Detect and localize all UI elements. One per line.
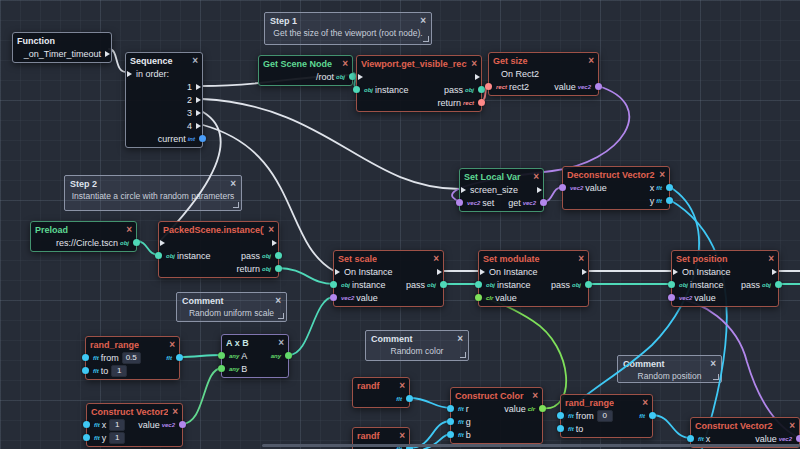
node-preload-output-port[interactable] xyxy=(133,239,140,246)
node-packedscene-instance-output-port[interactable] xyxy=(275,265,282,272)
node-set-local-var-input-port[interactable] xyxy=(456,199,463,206)
close-icon[interactable]: × xyxy=(785,421,795,431)
node-set-position-exec-in-port[interactable] xyxy=(673,269,678,275)
node-construct-vector2-position-output-port[interactable] xyxy=(796,435,800,442)
node-set-scale-exec-out-port[interactable] xyxy=(437,269,442,275)
node-deconstruct-vector2-output-port[interactable] xyxy=(666,197,673,204)
close-icon[interactable]: × xyxy=(574,254,584,264)
close-icon[interactable]: × xyxy=(122,225,132,235)
node-viewport-get-visible-rect-input-port[interactable] xyxy=(353,86,360,93)
close-icon[interactable]: × xyxy=(638,398,648,408)
node-sequence-exec-out-port[interactable] xyxy=(196,123,201,129)
node-packedscene-instance-input-port[interactable] xyxy=(155,252,162,259)
node-get-size[interactable]: Get size×On Rect2rectrect2valuevec2 xyxy=(488,52,599,96)
node-construct-vector2-scale-value-field[interactable]: 1 xyxy=(109,419,125,431)
node-set-local-var-exec-out-port[interactable] xyxy=(537,187,542,193)
node-viewport-get-visible-rect-output-port[interactable] xyxy=(478,86,485,93)
node-rand-range-scale-output-port[interactable] xyxy=(176,354,183,361)
node-set-position[interactable]: Set position×On Instanceobjinstancepasso… xyxy=(671,250,779,307)
node-set-position-input-port[interactable] xyxy=(668,294,675,301)
node-construct-vector2-scale-output-port[interactable] xyxy=(179,421,186,428)
node-construct-vector2-scale-input-port[interactable] xyxy=(83,434,90,441)
node-function[interactable]: Function_on_Timer_timeout xyxy=(12,32,112,63)
node-construct-vector2-scale-input-port[interactable] xyxy=(83,421,90,428)
node-set-scale[interactable]: Set scale×On Instanceobjinstancepassobjv… xyxy=(333,250,444,307)
node-set-scale-input-port[interactable] xyxy=(330,294,337,301)
node-set-modulate-exec-out-port[interactable] xyxy=(582,269,587,275)
node-construct-vector2-scale-value-field[interactable]: 1 xyxy=(109,432,125,444)
node-sequence-exec-out-port[interactable] xyxy=(196,84,201,90)
node-preload[interactable]: Preload×res://Circle.tscnobj xyxy=(30,221,137,252)
node-viewport-get-visible-rect-exec-out-port[interactable] xyxy=(475,74,480,80)
close-icon[interactable]: × xyxy=(395,381,405,391)
close-icon[interactable]: × xyxy=(764,254,774,264)
node-set-position-output-port[interactable] xyxy=(775,281,782,288)
node-rand-range-position-input-port[interactable] xyxy=(557,425,564,432)
node-packedscene-instance[interactable]: PackedScene.instance()×objinstancepassob… xyxy=(158,221,279,278)
node-rand-range-scale-input-port[interactable] xyxy=(82,367,89,374)
node-a-x-b[interactable]: A x B×anyAanyanyB xyxy=(221,334,289,378)
node-set-modulate-exec-in-port[interactable] xyxy=(480,269,485,275)
node-get-scene-node-output-port[interactable] xyxy=(349,73,356,80)
close-icon[interactable]: × xyxy=(655,170,665,180)
node-rand-range-position[interactable]: rand_range×fltfrom0fltfltto xyxy=(560,394,653,438)
close-icon[interactable]: × xyxy=(165,340,175,350)
node-set-local-var-exec-in-port[interactable] xyxy=(461,187,466,193)
node-randf-r-output-port[interactable] xyxy=(406,395,413,402)
close-icon[interactable]: × xyxy=(188,56,198,66)
close-icon[interactable]: × xyxy=(338,59,348,69)
close-icon[interactable]: × xyxy=(429,254,439,264)
node-rand-range-position-input-port[interactable] xyxy=(557,412,564,419)
node-construct-color-input-port[interactable] xyxy=(447,431,454,438)
node-viewport-get-visible-rect[interactable]: Viewport.get_visible_rect()×objinstancep… xyxy=(356,55,482,112)
node-set-local-var-output-port[interactable] xyxy=(540,199,547,206)
node-packedscene-instance-exec-out-port[interactable] xyxy=(272,240,277,246)
node-construct-color-input-port[interactable] xyxy=(447,405,454,412)
node-set-local-var[interactable]: Set Local Var×screen_sizevec2setgetvec2 xyxy=(459,168,544,212)
node-rand-range-scale[interactable]: rand_range×fltfrom0.5fltfltto1 xyxy=(85,336,180,380)
node-get-scene-node[interactable]: Get Scene Node×/rootobj xyxy=(258,55,353,86)
node-deconstruct-vector2-output-port[interactable] xyxy=(666,184,673,191)
node-sequence-output-port[interactable] xyxy=(199,135,206,142)
node-construct-color[interactable]: Construct Color×fltrvalueclrfltgfltb xyxy=(450,387,543,444)
node-construct-vector2-scale[interactable]: Construct Vector2×fltx1valuevec2flty1 xyxy=(86,403,183,447)
close-icon[interactable]: × xyxy=(584,56,594,66)
horizontal-scrollbar[interactable] xyxy=(262,444,800,447)
node-deconstruct-vector2-input-port[interactable] xyxy=(559,184,566,191)
close-icon[interactable]: × xyxy=(529,172,539,182)
node-sequence-exec-in-port[interactable] xyxy=(127,71,132,77)
node-get-size-output-port[interactable] xyxy=(595,83,602,90)
close-icon[interactable]: × xyxy=(467,59,477,69)
close-icon[interactable]: × xyxy=(395,431,405,441)
node-packedscene-instance-output-port[interactable] xyxy=(275,252,282,259)
node-randf-r[interactable]: randf×flt xyxy=(352,377,410,408)
close-icon[interactable]: × xyxy=(274,338,284,348)
node-construct-color-output-port[interactable] xyxy=(539,405,546,412)
node-set-scale-output-port[interactable] xyxy=(440,281,447,288)
node-rand-range-scale-value-field[interactable]: 1 xyxy=(111,365,127,377)
node-sequence-exec-out-port[interactable] xyxy=(196,110,201,116)
close-icon[interactable]: × xyxy=(528,391,538,401)
node-set-modulate-input-port[interactable] xyxy=(475,294,482,301)
node-a-x-b-input-port[interactable] xyxy=(218,365,225,372)
node-rand-range-position-value-field[interactable]: 0 xyxy=(597,410,613,422)
node-set-modulate-input-port[interactable] xyxy=(475,281,482,288)
node-set-scale-input-port[interactable] xyxy=(330,281,337,288)
node-construct-color-input-port[interactable] xyxy=(447,418,454,425)
node-a-x-b-input-port[interactable] xyxy=(218,352,225,359)
node-set-scale-exec-in-port[interactable] xyxy=(335,269,340,275)
node-set-position-exec-out-port[interactable] xyxy=(772,269,777,275)
close-icon[interactable]: × xyxy=(264,225,274,235)
node-viewport-get-visible-rect-exec-in-port[interactable] xyxy=(358,74,363,80)
node-set-modulate-output-port[interactable] xyxy=(585,281,592,288)
node-rand-range-position-output-port[interactable] xyxy=(649,412,656,419)
node-viewport-get-visible-rect-output-port[interactable] xyxy=(478,99,485,106)
node-sequence[interactable]: Sequence×in order:1234currentint xyxy=(125,52,203,148)
node-set-position-input-port[interactable] xyxy=(668,281,675,288)
node-deconstruct-vector2[interactable]: Deconstruct Vector2×vec2valuexfltyflt xyxy=(562,166,670,210)
node-packedscene-instance-exec-in-port[interactable] xyxy=(160,240,165,246)
node-a-x-b-output-port[interactable] xyxy=(285,352,292,359)
node-sequence-exec-out-port[interactable] xyxy=(196,97,201,103)
node-construct-vector2-position-input-port[interactable] xyxy=(687,435,694,442)
node-function-exec-out-port[interactable] xyxy=(105,51,110,57)
